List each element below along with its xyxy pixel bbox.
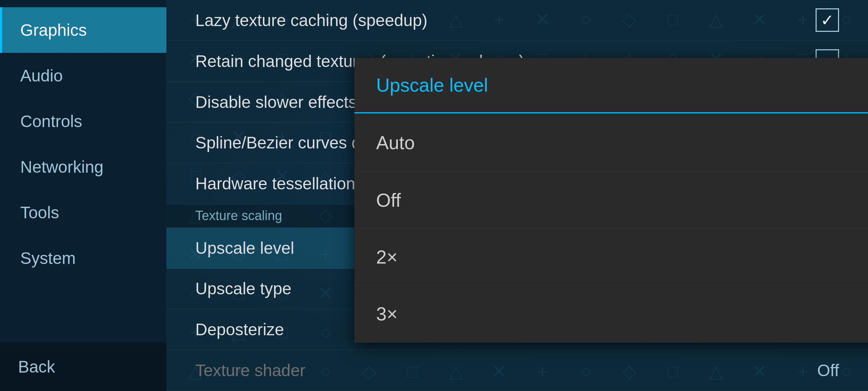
- setting-label-texture-scaling: Texture scaling: [195, 208, 282, 223]
- sidebar-item-controls[interactable]: Controls: [0, 98, 166, 144]
- setting-label-deposterize: Deposterize: [195, 320, 284, 339]
- setting-row-lazy-texture[interactable]: Lazy texture caching (speedup) ✓: [166, 0, 868, 41]
- dropdown-option-off-label: Off: [376, 189, 401, 211]
- app-container: Graphics Audio Controls Networking Tools…: [0, 0, 868, 391]
- sidebar-item-graphics[interactable]: Graphics: [0, 7, 166, 53]
- sidebar-item-tools[interactable]: Tools: [0, 190, 166, 235]
- back-button[interactable]: Back: [0, 342, 166, 391]
- setting-row-texture-shader[interactable]: Texture shader Off: [166, 350, 868, 391]
- dropdown-option-auto-label: Auto: [376, 132, 415, 154]
- dropdown-option-off[interactable]: Off: [354, 172, 868, 229]
- dropdown-option-3x-label: 3×: [376, 303, 397, 325]
- dropdown-option-3x[interactable]: 3×: [354, 286, 868, 342]
- dropdown-option-2x[interactable]: 2×: [354, 229, 868, 286]
- setting-value-texture-shader: Off: [817, 361, 839, 380]
- dropdown-option-2x-label: 2×: [376, 246, 397, 268]
- dropdown-option-auto[interactable]: Auto ✓: [354, 113, 868, 172]
- checkbox-lazy-texture[interactable]: ✓: [816, 8, 839, 32]
- setting-label-hardware-tess: Hardware tessellation: [195, 174, 355, 193]
- dropdown-title: Upscale level: [354, 58, 868, 113]
- sidebar-item-system[interactable]: System: [0, 235, 166, 281]
- sidebar-item-audio[interactable]: Audio: [0, 53, 166, 98]
- setting-label-lazy-texture: Lazy texture caching (speedup): [195, 10, 427, 30]
- setting-label-upscale-type: Upscale type: [195, 279, 292, 298]
- setting-label-upscale-level: Upscale level: [195, 238, 294, 258]
- main-content: Lazy texture caching (speedup) ✓ Retain …: [166, 0, 868, 391]
- upscale-level-dropdown: Upscale level Auto ✓ Off 2× 3×: [354, 58, 868, 342]
- sidebar-item-networking[interactable]: Networking: [0, 144, 166, 190]
- sidebar: Graphics Audio Controls Networking Tools…: [0, 0, 166, 391]
- setting-label-texture-shader: Texture shader: [195, 361, 305, 380]
